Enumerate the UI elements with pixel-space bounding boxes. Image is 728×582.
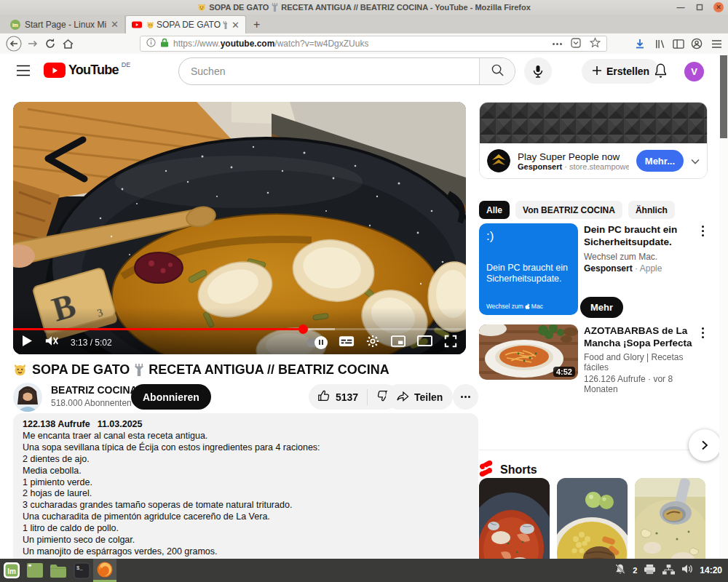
ad-card[interactable]: Play Super People now Gesponsert · store… (479, 102, 708, 179)
description-line: 3 cucharadas grandes tamaño soperas de t… (23, 500, 469, 511)
network-icon[interactable] (662, 564, 675, 578)
forward-button[interactable] (25, 36, 41, 52)
autoplay-toggle[interactable] (306, 338, 327, 347)
apple-ad-info[interactable]: Dein PC braucht ein Sicherheitsupdate. W… (584, 223, 693, 274)
youtube-logo[interactable]: YouTube DE (44, 63, 130, 78)
account-icon[interactable] (689, 36, 705, 52)
apple-ad-mehr-button[interactable]: Mehr (580, 297, 623, 318)
play-button[interactable] (22, 335, 33, 350)
site-info-icon[interactable] (146, 38, 156, 49)
channel-name[interactable]: BEATRIZ COCINA (51, 384, 138, 396)
subtitles-icon[interactable] (339, 335, 355, 350)
restore-button[interactable] (695, 2, 705, 12)
notifications-disabled-icon[interactable] (614, 563, 626, 578)
browser-toolbar: https://www.youtube.com/watch?v=tw4DgxZU… (0, 33, 728, 55)
create-button[interactable]: Erstellen (582, 59, 660, 84)
voice-search-button[interactable] (524, 57, 552, 85)
youtube-play-icon (44, 63, 66, 78)
notifications-button[interactable] (653, 63, 668, 81)
shorts-heading: Shorts (500, 463, 537, 477)
description-line: 1 pimiento verde. (23, 477, 469, 489)
reload-button[interactable] (42, 36, 58, 52)
terminal-button[interactable]: $_ (70, 559, 93, 582)
thumbs-up-icon (317, 389, 331, 404)
like-count: 5137 (336, 391, 358, 403)
share-button[interactable]: Teilen (386, 384, 453, 410)
tab-youtube-video[interactable]: SOPA DE GATO RECET ✕ (125, 15, 246, 33)
subscribe-button[interactable]: Abonnieren (131, 384, 211, 410)
miniplayer-icon[interactable] (391, 335, 405, 350)
mute-icon[interactable] (44, 335, 59, 350)
chevron-down-icon[interactable] (691, 154, 700, 167)
ad-headline[interactable]: Play Super People now (518, 151, 629, 162)
shorts-icon (479, 461, 493, 479)
share-icon (396, 390, 409, 404)
back-button[interactable] (6, 36, 22, 52)
channel-avatar[interactable] (13, 383, 42, 412)
svg-text:$_: $_ (76, 565, 83, 571)
fullscreen-icon[interactable] (444, 335, 457, 351)
subscriber-count: 518.000 Abonnenten (51, 398, 132, 408)
video-player[interactable]: B 3 (13, 102, 466, 354)
menu-icon[interactable] (708, 36, 724, 52)
suggested-video-menu-button[interactable] (697, 327, 708, 338)
shorts-next-button[interactable] (689, 429, 721, 461)
tab-start-page[interactable]: lm Start Page - Linux Mint ✕ (4, 15, 125, 33)
file-manager-button[interactable] (47, 559, 70, 582)
home-button[interactable] (60, 36, 76, 52)
view-count: 122.138 Aufrufe (23, 419, 90, 431)
share-label: Teilen (414, 391, 443, 403)
more-actions-button[interactable] (453, 384, 478, 410)
url-domain: youtube.com (221, 39, 275, 49)
minimize-button[interactable]: — (676, 2, 686, 12)
bookmark-star-icon[interactable] (590, 37, 601, 50)
short-thumbnail-3[interactable]: SOPITA DE POLLO (635, 478, 705, 559)
apple-ad-menu-button[interactable] (697, 226, 708, 236)
chip-alle[interactable]: Alle (479, 201, 510, 219)
theater-mode-icon[interactable] (417, 335, 432, 349)
printer-icon[interactable] (644, 564, 656, 578)
apple-ad-thumbnail[interactable]: :) Dein PC braucht ein Sicherheitsupdate… (479, 223, 578, 315)
chip-von-channel[interactable]: Von BEATRIZ COCINA (515, 201, 622, 219)
like-button[interactable]: 5137 (309, 389, 367, 404)
duration-badge: 4:52 (553, 367, 575, 377)
window-title-part1: SOPA DE GATO (209, 3, 269, 12)
filter-chips: Alle Von BEATRIZ COCINA Ähnlich (479, 201, 675, 219)
description-line: 1 litro de caldo de pollo. (23, 523, 469, 535)
guide-menu-icon[interactable] (16, 65, 31, 79)
ad-cta-button[interactable]: Mehr... (636, 150, 684, 172)
mint-menu-button[interactable]: lm (0, 559, 23, 582)
cat-emoji-icon (13, 363, 27, 377)
library-icon[interactable] (652, 36, 668, 52)
sidebar-toggle-icon[interactable] (670, 36, 687, 52)
downloads-icon[interactable] (632, 36, 648, 52)
url-bar[interactable]: https://www.youtube.com/watch?v=tw4DgxZU… (140, 36, 607, 52)
short-thumbnail-1[interactable] (479, 478, 550, 559)
firefox-taskbar-button[interactable] (93, 559, 116, 582)
tab1-close-icon[interactable]: ✕ (111, 19, 119, 30)
volume-icon[interactable] (681, 564, 693, 577)
apple-logo-icon (525, 303, 530, 309)
suggested-video-thumbnail[interactable]: 4:52 (479, 324, 578, 380)
tab2-close-icon[interactable]: ✕ (232, 20, 240, 31)
show-desktop-button[interactable] (23, 559, 47, 582)
apple-advertiser: · Apple (635, 263, 662, 274)
description-box[interactable]: 122.138 Aufrufe 11.03.2025 Me encanta tr… (13, 413, 478, 559)
upload-date: 11.03.2025 (98, 419, 143, 431)
suggested-video-info[interactable]: AZOTABARBAS de La Mancha ¡Sopa Perfecta … (584, 324, 693, 394)
scrollbar-thumb[interactable] (720, 55, 727, 138)
settings-gear-icon[interactable] (366, 335, 379, 351)
pocket-icon[interactable] (571, 38, 581, 50)
account-avatar[interactable]: V (684, 62, 704, 81)
page-actions-icon[interactable] (553, 43, 562, 45)
page-scrollbar[interactable] (719, 54, 728, 559)
short-thumbnail-2[interactable] (557, 478, 628, 559)
new-tab-button[interactable]: + (253, 18, 260, 31)
search-button[interactable] (479, 58, 515, 84)
chip-aehnlich[interactable]: Ähnlich (628, 201, 675, 219)
search-input[interactable] (179, 65, 479, 77)
mehr-label: Mehr (590, 302, 613, 313)
fork-emoji-icon (272, 3, 278, 12)
close-button[interactable]: ✕ (713, 2, 724, 12)
time-display: 3:13 / 5:02 (71, 338, 112, 348)
